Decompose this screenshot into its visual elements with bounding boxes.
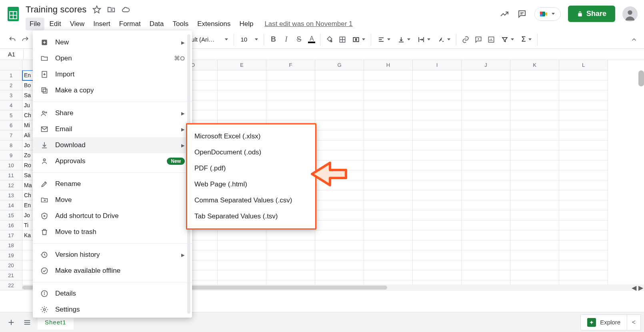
row-header[interactable]: 9: [0, 150, 22, 160]
cell[interactable]: [413, 110, 462, 120]
bold-button[interactable]: B: [267, 34, 279, 46]
cell[interactable]: [364, 140, 413, 150]
cell[interactable]: [266, 100, 315, 110]
cell[interactable]: [510, 250, 559, 260]
cell[interactable]: [364, 130, 413, 140]
meet-button[interactable]: [534, 7, 561, 21]
cell[interactable]: [266, 270, 315, 280]
cell[interactable]: [364, 120, 413, 130]
row-header[interactable]: 16: [0, 220, 22, 230]
menu-extensions[interactable]: Extensions: [193, 18, 234, 30]
menu-insert[interactable]: Insert: [89, 18, 114, 30]
menu-make-copy[interactable]: Make a copy: [33, 82, 192, 98]
cell[interactable]: [462, 210, 510, 220]
cell[interactable]: [559, 110, 608, 120]
cell[interactable]: [510, 210, 559, 220]
cell[interactable]: [364, 240, 413, 250]
cell[interactable]: [559, 160, 608, 170]
cell[interactable]: [559, 220, 608, 230]
download-ods[interactable]: OpenDocument (.ods): [187, 144, 315, 160]
cell[interactable]: [413, 160, 462, 170]
download-tsv[interactable]: Tab Separated Values (.tsv): [187, 208, 315, 224]
menu-approvals[interactable]: ApprovalsNew: [33, 153, 192, 169]
name-box[interactable]: A1: [0, 49, 23, 59]
cell[interactable]: [266, 80, 315, 90]
cell[interactable]: [559, 150, 608, 160]
cell[interactable]: [413, 200, 462, 210]
cell[interactable]: [413, 140, 462, 150]
menu-data[interactable]: Data: [146, 18, 168, 30]
cell[interactable]: [559, 120, 608, 130]
scroll-right-button[interactable]: ▶: [637, 284, 644, 291]
cell[interactable]: [315, 270, 364, 280]
cell[interactable]: [413, 220, 462, 230]
row-header[interactable]: 20: [0, 260, 22, 270]
row-header[interactable]: 15: [0, 210, 22, 220]
cell[interactable]: [510, 170, 559, 180]
text-rotation-button[interactable]: [434, 34, 454, 46]
cell[interactable]: [462, 250, 510, 260]
menu-import[interactable]: Import: [33, 66, 192, 82]
cell[interactable]: [315, 210, 364, 220]
cell[interactable]: [413, 150, 462, 160]
menu-tools[interactable]: Tools: [169, 18, 193, 30]
cell[interactable]: [413, 190, 462, 200]
row-header[interactable]: 11: [0, 170, 22, 180]
select-all-corner[interactable]: [0, 60, 22, 70]
cell[interactable]: [364, 80, 413, 90]
row-header[interactable]: 12: [0, 180, 22, 190]
cell[interactable]: [266, 90, 315, 100]
cell[interactable]: [218, 250, 266, 260]
cell[interactable]: [218, 260, 266, 270]
cell[interactable]: [462, 140, 510, 150]
menu-view[interactable]: View: [66, 18, 89, 30]
cell[interactable]: [510, 260, 559, 270]
menu-new[interactable]: New▸: [33, 34, 192, 50]
cell[interactable]: [462, 190, 510, 200]
cell[interactable]: [510, 220, 559, 230]
side-panel-toggle[interactable]: <: [627, 314, 641, 330]
menu-file[interactable]: File: [26, 18, 44, 30]
cell[interactable]: [315, 70, 364, 80]
row-header[interactable]: 14: [0, 200, 22, 210]
cell[interactable]: [510, 70, 559, 80]
share-button[interactable]: Share: [568, 6, 615, 22]
cell[interactable]: [218, 100, 266, 110]
cell[interactable]: [510, 150, 559, 160]
cell[interactable]: [364, 180, 413, 190]
cell[interactable]: [315, 150, 364, 160]
cell[interactable]: [510, 110, 559, 120]
cell[interactable]: [364, 270, 413, 280]
merge-cells-button[interactable]: [349, 34, 368, 46]
cell[interactable]: [559, 100, 608, 110]
row-header[interactable]: 22: [0, 280, 22, 290]
sheets-app-icon[interactable]: [5, 6, 22, 22]
cell[interactable]: [218, 110, 266, 120]
cell[interactable]: [315, 240, 364, 250]
cell[interactable]: [315, 110, 364, 120]
cell[interactable]: [413, 90, 462, 100]
cell[interactable]: [462, 70, 510, 80]
cell[interactable]: [462, 130, 510, 140]
cell[interactable]: [510, 160, 559, 170]
cell[interactable]: [462, 260, 510, 270]
download-pdf[interactable]: PDF (.pdf): [187, 160, 315, 176]
cell[interactable]: [559, 130, 608, 140]
account-avatar[interactable]: [622, 6, 638, 22]
download-csv[interactable]: Comma Separated Values (.csv): [187, 192, 315, 208]
add-sheet-button[interactable]: [3, 314, 19, 330]
cell[interactable]: [510, 200, 559, 210]
cell[interactable]: [218, 240, 266, 250]
cell[interactable]: [413, 130, 462, 140]
cell[interactable]: [510, 140, 559, 150]
row-header[interactable]: 3: [0, 90, 22, 100]
star-icon[interactable]: [92, 5, 101, 14]
cell[interactable]: [462, 150, 510, 160]
cell[interactable]: [266, 230, 315, 240]
cell[interactable]: [364, 170, 413, 180]
redo-button[interactable]: [19, 34, 31, 46]
functions-button[interactable]: Σ: [518, 34, 534, 46]
cell[interactable]: [462, 180, 510, 190]
cell[interactable]: [462, 160, 510, 170]
cell[interactable]: [462, 220, 510, 230]
